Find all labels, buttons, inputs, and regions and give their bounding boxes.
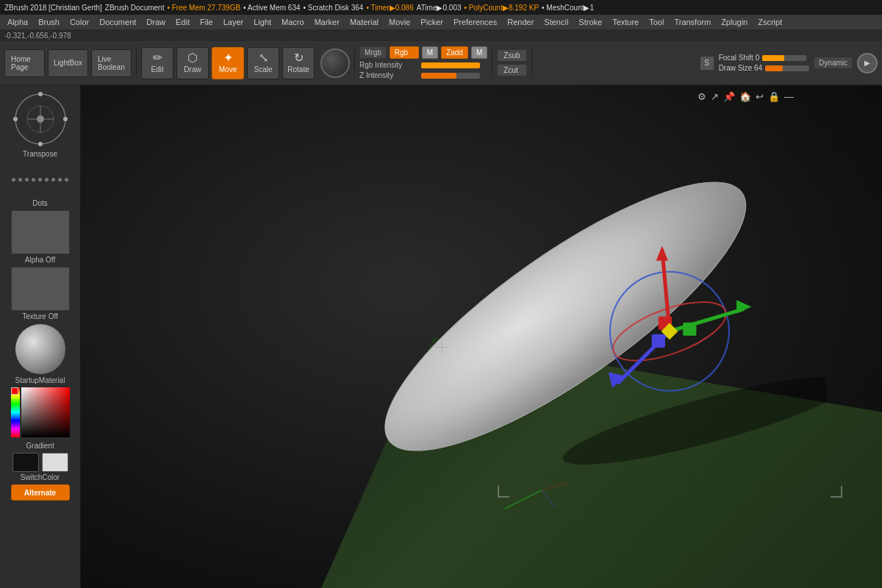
home-icon[interactable]: 🏠 [739,91,751,102]
scale-button[interactable]: ⤡ Scale [247,47,279,79]
arrow-icon[interactable]: ↗ [711,91,719,102]
menu-movie[interactable]: Movie [384,16,415,28]
draw-size-fill [765,65,783,71]
nav-circle-button[interactable]: ▶ [857,53,878,74]
zadd-button[interactable]: Zadd [441,46,468,59]
menu-brush[interactable]: Brush [34,16,64,28]
material-sphere[interactable] [15,323,66,375]
menu-macro[interactable]: Macro [277,16,309,28]
texture-preview[interactable] [11,267,70,311]
transpose-gizmo[interactable] [11,90,70,148]
menu-marker[interactable]: Marker [310,16,344,28]
menu-zplugin[interactable]: Zplugin [717,16,752,28]
dot [58,178,62,182]
lightbox-button[interactable]: LightBox [48,49,88,77]
z-intensity-slider[interactable] [421,73,480,79]
coordinates: -0.321,-0.656,-0.978 [4,32,71,40]
transpose-label: Transpose [23,150,57,158]
color-picker-widget: Gradient [5,387,76,450]
svg-line-26 [542,490,556,509]
move-icon: ✦ [223,52,233,64]
dots-widget: Dots [5,161,76,207]
menu-material[interactable]: Material [345,16,383,28]
free-mem: • Free Mem 27.739GB [167,4,240,12]
pin-icon[interactable]: 📌 [723,91,735,102]
alpha-preview[interactable] [11,210,70,254]
liveboolean-button[interactable]: Live Boolean [91,49,132,77]
menu-file[interactable]: File [196,16,218,28]
menu-light[interactable]: Light [249,16,276,28]
title-bar: ZBrush 2018 [Christian Gerth] ZBrush Doc… [0,0,882,15]
background-color-swatch[interactable] [42,453,68,472]
menu-alpha[interactable]: Alpha [3,16,32,28]
color-square[interactable] [21,387,70,437]
draw-button[interactable]: ⬡ Draw [176,47,209,79]
crosshair [436,341,448,353]
rgb-intensity-row: Rgb Intensity [359,61,487,69]
z-intensity-label: Z Intensity [359,71,418,79]
gear-icon[interactable]: ⚙ [698,91,706,102]
svg-line-27 [542,483,567,490]
material-widget: StartupMaterial [5,323,76,384]
menu-layer[interactable]: Layer [219,16,248,28]
dot [38,178,42,182]
main-toolbar: Home Page LightBox Live Boolean ✏ Edit ⬡… [0,41,882,85]
lock-icon[interactable]: 🔒 [768,91,780,102]
rotate-button[interactable]: ↻ Rotate [282,47,315,79]
hue-strip[interactable] [11,387,20,437]
focal-shift-row: Focal Shift 0 [719,54,809,62]
scale-icon: ⤡ [259,52,268,64]
move-button[interactable]: ✦ Move [212,47,244,79]
mrgb-button[interactable]: Mrgb [359,46,387,59]
rgb-intensity-slider[interactable] [421,62,480,68]
zsub-zcut-group: Zsub Zcut [497,49,526,76]
menu-render[interactable]: Render [503,16,538,28]
zcut-button[interactable]: Zcut [497,64,526,76]
separator-3 [492,49,492,78]
switchcolor-label: SwitchColor [21,473,60,481]
3d-model [305,146,826,487]
m-button[interactable]: M [422,46,438,59]
edit-button[interactable]: ✏ Edit [141,47,173,79]
menu-transform[interactable]: Transform [670,16,715,28]
focal-shift-fill [762,55,784,61]
zsub-button[interactable]: Zsub [497,49,526,62]
menu-document[interactable]: Document [95,16,140,28]
viewport-overlay: ⚙ ↗ 📌 🏠 ↩ 🔒 — [698,91,794,102]
axis-indicator [498,468,586,512]
rgb-button[interactable]: Rgb [390,46,419,59]
meshcount: • MeshCount▶1 [542,4,594,12]
dynamic-button[interactable]: Dynamic [814,57,853,69]
brush-sphere-button[interactable] [320,49,350,78]
menu-edit[interactable]: Edit [171,16,194,28]
dot [12,178,15,182]
texture-label: Texture Off [22,312,58,320]
color-picker-container[interactable] [11,387,70,440]
m-button2[interactable]: M [471,46,487,59]
menu-draw[interactable]: Draw [142,16,170,28]
s-button[interactable]: S [700,56,714,71]
menu-zscript[interactable]: Zscript [753,16,786,28]
dots-display[interactable] [11,161,70,198]
separator-2 [354,49,355,78]
mrgb-row: Mrgb Rgb M Zadd M [359,46,487,59]
undo-icon[interactable]: ↩ [756,91,764,102]
menu-bar: Alpha Brush Color Document Draw Edit Fil… [0,15,882,29]
alternate-button[interactable]: Alternate [11,484,70,501]
gradient-label: Gradient [26,442,54,450]
menu-stencil[interactable]: Stencil [539,16,573,28]
menu-color[interactable]: Color [65,16,93,28]
dot [65,178,68,182]
homepage-button[interactable]: Home Page [4,49,45,77]
menu-preferences[interactable]: Preferences [449,16,501,28]
viewport[interactable]: ⚙ ↗ 📌 🏠 ↩ 🔒 — [81,85,882,588]
menu-texture[interactable]: Texture [608,16,643,28]
menu-stroke[interactable]: Stroke [574,16,606,28]
foreground-color-swatch[interactable] [12,453,39,472]
focal-shift-slider[interactable] [762,55,806,61]
draw-size-slider[interactable] [765,65,809,71]
canvas-area[interactable]: ⚙ ↗ 📌 🏠 ↩ 🔒 — [81,85,882,588]
menu-picker[interactable]: Picker [416,16,448,28]
menu-tool[interactable]: Tool [645,16,668,28]
svg-point-11 [557,361,825,481]
